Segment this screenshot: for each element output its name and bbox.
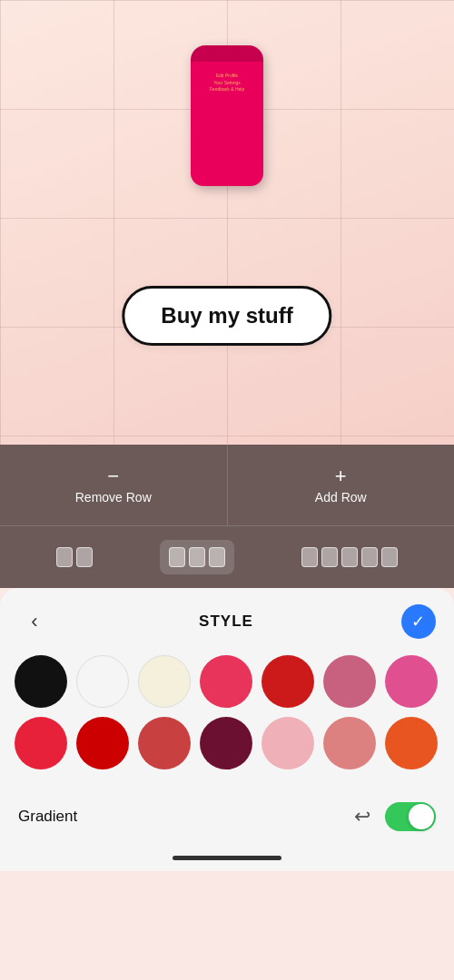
swatch-orange-red[interactable] [385,717,438,769]
remove-row-icon: − [107,466,119,486]
col-block [361,547,378,567]
gradient-reset-icon[interactable]: ↩ [354,805,370,828]
add-row-icon: + [335,466,347,486]
col-option-2[interactable] [47,540,102,574]
swatch-dusty-rose[interactable] [323,655,376,708]
col-option-5[interactable] [292,540,407,574]
col-block [76,547,93,567]
col-block [189,547,205,567]
home-bar [173,856,281,860]
swatch-dark-red[interactable] [76,717,129,769]
swatch-bright-red[interactable] [15,717,67,769]
checkmark-icon: ✓ [411,612,425,632]
style-back-button[interactable]: ‹ [18,605,51,638]
swatch-cream[interactable] [138,655,191,708]
home-indicator [0,844,454,871]
style-confirm-button[interactable]: ✓ [401,604,436,639]
col-block [209,547,225,567]
phone-screen-content: Edit ProfileYour SettingsFeedback & Help [210,73,244,93]
gradient-row: Gradient ↩ [0,789,454,844]
add-row-button[interactable]: + Add Row [228,445,455,525]
swatch-pink-extra[interactable] [385,655,438,708]
column-options [0,526,454,588]
col-block [341,547,358,567]
gradient-toggle[interactable] [385,802,436,831]
style-header: ‹ STYLE ✓ [0,588,454,650]
canvas-area: Edit ProfileYour SettingsFeedback & Help… [0,0,454,445]
gradient-label: Gradient [18,808,77,826]
buy-button-wrapper[interactable]: Buy my stuff [122,286,331,346]
swatch-maroon[interactable] [200,717,252,769]
swatch-black[interactable] [15,655,67,708]
color-swatches [0,650,454,789]
col-block [301,547,318,567]
swatch-salmon[interactable] [323,717,376,769]
buy-button[interactable]: Buy my stuff [122,286,331,346]
swatch-mid-red[interactable] [138,717,191,769]
col-block [169,547,185,567]
swatch-white[interactable] [76,655,129,708]
style-panel: ‹ STYLE ✓ Gradient ↩ [0,588,454,844]
col-block [381,547,398,567]
phone-mockup: Edit ProfileYour SettingsFeedback & Help [191,45,263,186]
row-buttons: − Remove Row + Add Row [0,445,454,526]
toggle-thumb [409,804,434,829]
remove-row-label: Remove Row [75,490,152,505]
col-option-3[interactable] [160,540,234,574]
style-title: STYLE [199,612,253,631]
remove-row-button[interactable]: − Remove Row [0,445,228,525]
gradient-controls: ↩ [354,802,436,831]
add-row-label: Add Row [315,490,367,505]
back-chevron-icon: ‹ [31,610,37,633]
col-block [56,547,73,567]
swatch-hot-pink[interactable] [200,655,252,708]
swatch-row-2 [15,717,439,769]
swatch-row-1 [15,655,439,708]
swatch-light-pink[interactable] [262,717,314,769]
row-controls-panel: − Remove Row + Add Row [0,445,454,588]
col-block [321,547,338,567]
swatch-red[interactable] [262,655,314,708]
